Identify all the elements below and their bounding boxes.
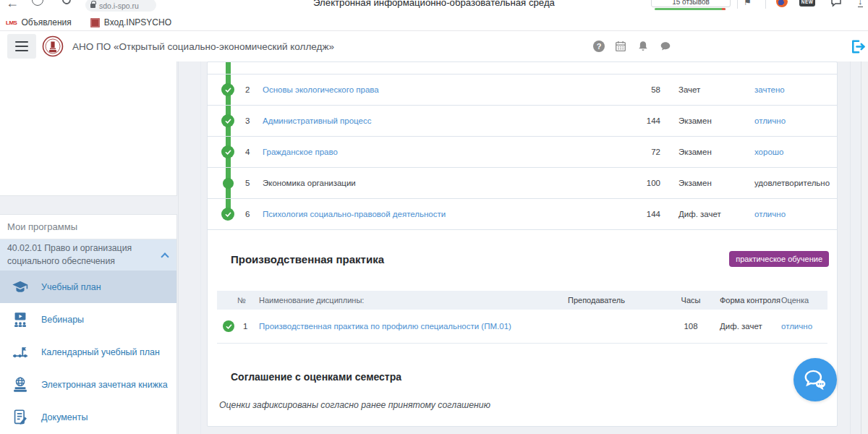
chat-bubbles-icon (801, 366, 829, 393)
check-icon (221, 145, 234, 158)
address-bar[interactable]: sdo.i-spo.ru (85, 0, 156, 12)
calendar-icon[interactable] (614, 40, 627, 53)
bookmarks-bar: LMS Объявления Вход.INPSYCHO (0, 14, 868, 31)
hours-value: 72 (623, 148, 660, 156)
grade-link[interactable]: отлично (781, 322, 820, 331)
graduation-cap-icon (11, 278, 30, 297)
discipline-link[interactable]: Психология социально-правовой деятельнос… (263, 210, 446, 218)
control-form: Диф. зачет (660, 210, 736, 218)
row-number: 3 (239, 116, 263, 125)
check-icon (221, 114, 234, 127)
hours-value: 100 (623, 179, 660, 187)
row-number: 5 (239, 179, 263, 187)
practical-training-badge: практическое обучение (729, 251, 829, 267)
feedback-chat-icon[interactable] (830, 0, 842, 7)
browser-toolbar: ← sdo.i-spo.ru Электронная информационно… (0, 0, 868, 14)
toolbar-separator (765, 0, 766, 9)
lock-icon (90, 4, 95, 8)
check-icon (221, 83, 234, 96)
grade-link[interactable]: отлично (736, 116, 827, 125)
url-text: sdo.i-spo.ru (99, 1, 139, 10)
grade-link[interactable]: хорошо (736, 148, 827, 156)
firefox-icon[interactable] (776, 0, 788, 7)
sidebar-empty-panel (0, 61, 177, 196)
chat-icon[interactable] (659, 40, 672, 53)
logout-icon[interactable] (848, 38, 867, 56)
row-number: 2 (239, 85, 263, 94)
col-control-form: Форма контроля (709, 296, 781, 305)
download-icon[interactable]: ↓ (858, 0, 863, 7)
browser-reload-icon[interactable] (61, 0, 72, 6)
window-scrollbar[interactable] (861, 61, 868, 434)
sidebar-item-gradebook[interactable]: Электронная зачетная книжка (0, 368, 176, 401)
sidebar-item-curriculum[interactable]: Учебный план (0, 271, 176, 303)
chevron-up-icon (161, 252, 169, 260)
lms-favicon: LMS (6, 20, 17, 26)
globe-books-icon (11, 375, 30, 394)
check-icon (221, 208, 234, 221)
help-icon[interactable]: ? (593, 41, 605, 52)
table-row: 6 Психология социально-правовой деятельн… (208, 199, 837, 230)
scrollbar-track (850, 61, 851, 434)
sidebar-item-webinars[interactable]: Вебинары (0, 303, 176, 336)
row-number: 4 (239, 148, 263, 156)
sidebar-program-item[interactable]: 40.02.01 Право и организация социального… (0, 239, 176, 271)
page-background: Мои программы 40.02.01 Право и организац… (0, 61, 868, 434)
discipline-link[interactable]: Производственная практика по профилю спе… (259, 322, 550, 331)
control-form: Экзамен (660, 148, 736, 156)
new-extension-badge[interactable]: NEW (799, 0, 815, 7)
college-logo (41, 35, 64, 58)
check-icon (223, 320, 234, 332)
practice-section-title: Производственная практика (231, 253, 384, 265)
webinar-icon (11, 310, 30, 329)
row-number: 1 (237, 322, 259, 331)
table-row: 3 Административный процесс 144 Экзамен о… (208, 106, 837, 137)
col-grade: Оценка (781, 296, 820, 305)
bell-icon[interactable] (637, 40, 650, 53)
grade-link[interactable]: зачтено (736, 85, 827, 94)
table-row: 5 Экономика организации 100 Экзамен удов… (208, 168, 837, 199)
col-hours: Часы (673, 296, 709, 305)
control-form: Зачет (660, 85, 736, 94)
sidebar-item-documents[interactable]: Документы (0, 401, 176, 433)
inpsycho-favicon (90, 18, 100, 27)
bookmark-inpsycho[interactable]: Вход.INPSYCHO (77, 17, 171, 27)
agreement-section-title: Соглашение с оценками семестра (231, 371, 837, 383)
row-number: 6 (239, 210, 263, 218)
toolbar-separator (737, 0, 738, 9)
hamburger-menu-button[interactable] (7, 34, 36, 59)
app-header: АНО ПО «Открытый социально-экономический… (0, 31, 868, 61)
agreement-note: Оценки зафиксированы согласно ранее прин… (219, 400, 837, 410)
control-form: Экзамен (660, 116, 736, 125)
hours-value: 108 (673, 322, 709, 331)
practice-table: № Наименование дисциплины: Преподаватель… (217, 291, 827, 344)
practice-table-header: № Наименование дисциплины: Преподаватель… (217, 291, 827, 310)
curriculum-panel: 2 Основы экологического права 58 Зачет з… (207, 61, 838, 427)
grade-value: удовлетворительно (736, 179, 827, 187)
hours-value: 58 (623, 85, 660, 94)
discipline-name: Экономика организации (263, 179, 623, 187)
disciplines-table: 2 Основы экологического права 58 Зачет з… (208, 74, 837, 230)
sidebar-item-calendar-plan[interactable]: Календарный учебный план (0, 336, 176, 368)
bookmark-flag-icon[interactable]: ⚑ (744, 0, 752, 7)
dot-icon (223, 178, 234, 189)
reviews-extension-badge[interactable]: 15 отзывов (651, 0, 731, 7)
table-row: 2 Основы экологического права 58 Зачет з… (208, 75, 837, 106)
milestones-icon (11, 343, 30, 362)
bookmark-announcements[interactable]: LMS Объявления (6, 17, 72, 27)
grade-link[interactable]: отлично (736, 210, 827, 218)
col-teacher: Преподаватель (550, 296, 673, 305)
control-form: Диф. зачет (709, 322, 781, 331)
support-chat-button[interactable] (793, 358, 837, 401)
table-row: 1 Производственная практика по профилю с… (217, 310, 827, 344)
reviews-progress-bar (655, 8, 726, 10)
org-title: АНО ПО «Открытый социально-экономический… (72, 31, 334, 61)
discipline-link[interactable]: Основы экологического права (263, 85, 379, 94)
col-number: № (237, 296, 259, 305)
discipline-link[interactable]: Административный процесс (263, 116, 371, 125)
browser-back-icon[interactable]: ← (6, 0, 19, 11)
hours-value: 144 (623, 210, 660, 218)
sidebar-divider (178, 61, 179, 434)
discipline-link[interactable]: Гражданское право (263, 148, 338, 156)
browser-extension-icon[interactable] (32, 0, 43, 6)
